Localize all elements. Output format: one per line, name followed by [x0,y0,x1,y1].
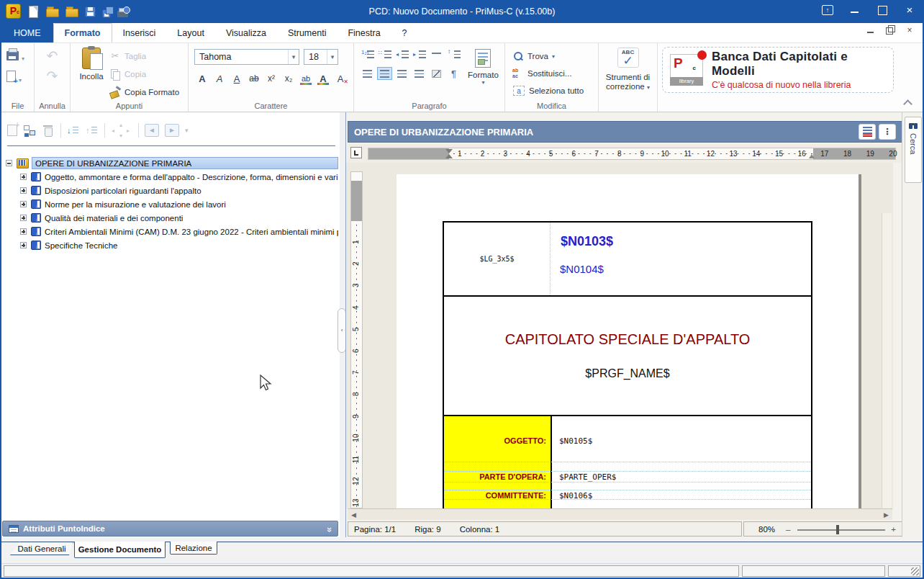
zoom-out-icon[interactable]: – [786,525,790,534]
panel-splitter[interactable]: ‹ [340,112,345,537]
tree-root-item[interactable]: OPERE DI URBANIZZAZIONE PRIMARIA [1,156,338,170]
logo-placeholder-cell[interactable]: $LG_3x5$ [444,223,551,295]
ribbon-tab[interactable]: ? [391,23,418,42]
line-spacing-icon[interactable]: ↕ [446,48,461,60]
expand-icon[interactable] [20,201,27,207]
left-indent-marker[interactable] [445,151,453,158]
bullet-list-icon[interactable]: ∷ [377,48,392,60]
copy-button[interactable]: Copia [109,66,179,82]
char-format-button[interactable]: A [212,71,227,86]
parte-opera-value[interactable]: $PARTE_OPER$ [559,472,616,482]
attributi-puntoindice-bar[interactable]: Attributi PuntoIndice » [2,521,338,537]
cut-button[interactable]: ✂ Taglia [109,48,179,64]
move-up-icon[interactable]: ↑ [86,124,99,137]
expand-icon[interactable] [20,187,27,194]
history-forward-icon[interactable]: ► [165,124,179,137]
ribbon-tab[interactable]: Strumenti [277,23,338,42]
variable-n0104[interactable]: $N0104$ [560,263,604,275]
tree-item[interactable]: Disposizioni particolari riguardanti l'a… [1,184,338,197]
collapse-ribbon-icon[interactable] [904,99,911,106]
expand-icon[interactable] [20,174,27,180]
variable-prgf-name[interactable]: $PRGF_NAME$ [444,367,811,380]
undo-icon[interactable]: ↶ [35,49,70,63]
mdi-minimize-icon[interactable] [866,26,875,35]
vertical-ruler[interactable]: 12345678910111213 [350,171,363,508]
document-main-title[interactable]: CAPITOLATO SPECIALE D'APPALTO [444,331,811,348]
ribbon-tab[interactable]: HOME [1,23,53,42]
mdi-restore-icon[interactable] [886,26,894,35]
tab-dati-generali[interactable]: Dati Generali [10,542,73,555]
history-back-icon[interactable]: ◄ [145,124,159,137]
format-painter-button[interactable]: Copia Formato [109,84,179,100]
horizontal-ruler[interactable]: 1234567891011121314151617181920 [368,148,896,160]
tree-item[interactable]: Criteri Ambientali Minimi (CAM) D.M. 23 … [1,225,338,238]
horizontal-scrollbar[interactable]: ◀ ▶ [348,508,892,520]
increase-indent-icon[interactable]: ▸ [412,48,427,60]
ribbon-tab[interactable]: Visualizza [215,23,277,42]
shading-icon[interactable] [429,67,444,80]
redo-icon[interactable]: ↷ [35,69,70,84]
maximize-button[interactable] [877,5,888,15]
zoom-slider-track[interactable] [797,529,885,531]
replace-button[interactable]: abac Sostituisci... [512,65,598,82]
proofing-tools-button[interactable]: ABC✓ Strumenti di correzione ▾ [599,43,658,112]
tree-item[interactable]: Qualità dei materiali e dei componenti [1,211,338,225]
char-format-button[interactable]: x² [263,71,279,86]
minimize-button[interactable] [849,5,861,15]
ribbon-tab[interactable]: Layout [166,23,215,42]
tab-gestione-documento[interactable]: Gestione Documento [74,542,166,558]
vertical-scrollbar[interactable] [882,213,892,508]
char-format-button[interactable]: A [315,71,331,86]
char-format-button[interactable]: ab [298,71,314,86]
expand-icon[interactable] [20,228,27,235]
numbered-list-icon[interactable]: 1₂₃ [360,48,375,60]
right-indent-marker[interactable] [809,151,815,158]
char-format-button[interactable]: A [194,71,210,86]
align-center-icon[interactable] [377,67,392,80]
char-format-button[interactable]: x₂ [281,71,296,86]
justify-icon[interactable] [412,67,427,80]
align-left-icon[interactable] [360,67,375,80]
mdi-close-icon[interactable]: × [905,26,914,35]
horizontal-line-icon[interactable] [429,48,444,60]
new-page-button[interactable]: ▾ [6,71,34,85]
history-dropdown-icon[interactable]: ▾ [185,127,189,134]
tab-relazione[interactable]: Relazione [170,542,217,555]
variable-n0103[interactable]: $N0103$ [561,234,613,249]
ribbon-tab[interactable]: Finestra [337,23,391,42]
expand-icon[interactable] [20,242,27,248]
tree-item[interactable]: Specifiche Tecniche [1,238,338,252]
char-format-button[interactable]: ab [246,71,262,86]
document-page[interactable]: $LG_3x5$ $N0103$ $N0104$ CAPITOLATO SPEC… [397,174,859,508]
committente-value[interactable]: $N0106$ [559,491,592,501]
collapse-icon[interactable] [6,160,12,166]
font-size-combo[interactable]: 18 [304,49,338,65]
select-all-button[interactable]: a Seleziona tutto [512,82,598,99]
tray-icon[interactable]: ↑ [822,5,833,15]
banca-dati-button[interactable]: Pc library Banca Dati Capitolati e Model… [662,47,894,93]
font-name-combo[interactable]: Tahoma [194,49,299,65]
more-options-icon[interactable]: ⋮ [879,124,896,140]
tab-stop-selector[interactable] [350,147,362,158]
page-canvas[interactable]: 12345678910111213 $LG_3x5$ $N0103$ $N010… [346,163,893,508]
move-down-icon[interactable]: ↓ [67,124,80,137]
font-size-dropdown-icon[interactable] [327,50,338,64]
chevron-expand-icon[interactable]: » [325,526,335,530]
expand-icon[interactable] [20,215,27,221]
print-button[interactable]: ▾ [6,50,34,63]
resize-grip[interactable] [911,567,919,575]
page-layout-icon[interactable] [859,124,876,140]
font-name-dropdown-icon[interactable] [288,50,299,64]
pilcrow-icon[interactable]: ¶ [446,67,461,80]
insert-subpoint-icon[interactable] [23,124,36,137]
tree-item[interactable]: Oggetto, ammontare e forma dell'appalto … [1,170,338,184]
oggetto-value[interactable]: $N0105$ [559,436,592,446]
zoom-in-icon[interactable]: + [891,525,896,534]
scroll-right-icon[interactable]: ▶ [884,511,889,519]
zoom-slider-thumb[interactable] [836,525,839,534]
ribbon-tab[interactable]: Formato [53,23,112,43]
ribbon-tab[interactable]: Inserisci [112,23,167,42]
delete-icon[interactable] [42,124,55,137]
navigate-cluster-icon[interactable]: ◂▴ ▸▾ [111,122,132,139]
char-format-button[interactable]: A [332,71,348,86]
